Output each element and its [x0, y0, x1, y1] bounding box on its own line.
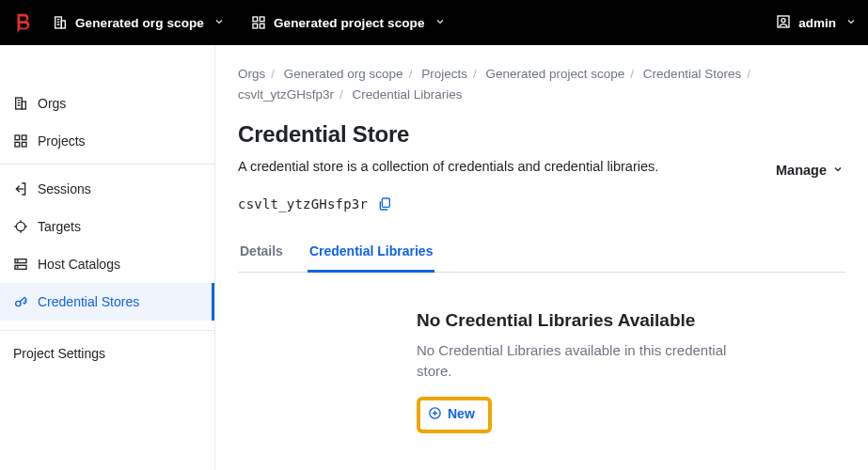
sidebar-item-credential-stores[interactable]: Credential Stores	[0, 283, 214, 321]
grid-icon	[13, 133, 28, 149]
breadcrumb-link[interactable]: Generated project scope	[485, 67, 624, 81]
breadcrumb-link[interactable]: csvlt_ytzGHsfp3r	[238, 87, 334, 102]
sidebar-item-sessions[interactable]: Sessions	[0, 170, 214, 208]
empty-state-body: No Credential Libraries available in thi…	[417, 340, 727, 382]
app-shell: Orgs Projects Sessions Targets	[0, 45, 868, 470]
svg-point-17	[17, 260, 18, 261]
breadcrumb-link[interactable]: Projects	[421, 67, 467, 81]
new-button[interactable]: New	[428, 406, 475, 421]
svg-rect-1	[61, 21, 65, 28]
tabs: Details Credential Libraries	[238, 234, 845, 273]
breadcrumb-link[interactable]: Generated org scope	[284, 67, 403, 81]
copy-icon[interactable]	[377, 196, 392, 212]
top-bar: Generated org scope Generated project sc…	[0, 0, 868, 45]
manage-button[interactable]: Manage	[774, 157, 845, 183]
sidebar-item-label: Orgs	[38, 96, 66, 111]
new-button-label: New	[448, 406, 475, 421]
sidebar-item-orgs[interactable]: Orgs	[0, 85, 214, 122]
breadcrumb: Orgs/ Generated org scope/ Projects/ Gen…	[238, 64, 845, 104]
org-scope-label: Generated org scope	[75, 16, 204, 30]
breadcrumb-link[interactable]: Orgs	[238, 67, 265, 81]
chevron-down-icon	[832, 163, 844, 178]
svg-rect-4	[253, 24, 258, 28]
svg-rect-10	[15, 135, 20, 140]
manage-label: Manage	[776, 163, 827, 178]
user-menu[interactable]: admin	[776, 14, 857, 32]
new-button-highlight: New	[417, 397, 492, 434]
svg-rect-9	[22, 102, 25, 109]
org-scope-picker[interactable]: Generated org scope	[45, 9, 232, 36]
main-content: Orgs/ Generated org scope/ Projects/ Gen…	[215, 45, 868, 470]
page-title: Credential Store	[238, 121, 845, 148]
sidebar-item-host-catalogs[interactable]: Host Catalogs	[0, 245, 214, 283]
svg-rect-3	[260, 17, 264, 22]
sidebar-item-label: Projects	[38, 133, 86, 149]
plus-circle-icon	[428, 406, 442, 420]
sidebar-item-targets[interactable]: Targets	[0, 208, 214, 245]
svg-rect-11	[22, 135, 26, 140]
breadcrumb-link[interactable]: Credential Stores	[643, 67, 741, 81]
grid-icon	[251, 15, 266, 30]
resource-id: csvlt_ytzGHsfp3r	[238, 196, 368, 212]
chevron-down-icon	[213, 16, 225, 30]
user-icon	[776, 14, 791, 32]
svg-point-14	[16, 222, 24, 230]
server-icon	[13, 257, 28, 272]
tab-credential-libraries[interactable]: Credential Libraries	[308, 234, 435, 273]
org-icon	[53, 15, 68, 30]
exit-icon	[13, 181, 28, 196]
sidebar-item-projects[interactable]: Projects	[0, 122, 214, 160]
key-icon	[13, 294, 28, 309]
project-scope-picker[interactable]: Generated project scope	[244, 9, 453, 36]
empty-state-heading: No Credential Libraries Available	[417, 310, 765, 331]
svg-rect-20	[382, 198, 389, 207]
brand-logo[interactable]	[11, 11, 34, 34]
resource-id-row: csvlt_ytzGHsfp3r	[238, 196, 845, 212]
project-scope-label: Generated project scope	[274, 16, 425, 30]
breadcrumb-current: Credential Libraries	[353, 87, 463, 102]
svg-rect-5	[260, 24, 264, 28]
user-label: admin	[798, 16, 836, 30]
svg-rect-13	[22, 142, 26, 147]
svg-point-19	[16, 301, 21, 306]
sidebar-item-project-settings[interactable]: Project Settings	[0, 330, 214, 376]
svg-point-7	[781, 18, 785, 22]
sidebar: Orgs Projects Sessions Targets	[0, 45, 215, 470]
org-icon	[13, 96, 28, 111]
sidebar-item-label: Sessions	[38, 181, 91, 196]
chevron-down-icon	[845, 16, 857, 30]
sidebar-item-label: Host Catalogs	[38, 257, 120, 272]
empty-state: No Credential Libraries Available No Cre…	[238, 273, 765, 433]
svg-rect-12	[15, 142, 20, 147]
chevron-down-icon	[434, 16, 446, 30]
svg-rect-2	[253, 17, 258, 22]
page-subtitle: A credential store is a collection of cr…	[238, 157, 658, 178]
sidebar-item-label: Targets	[38, 219, 81, 234]
crosshair-icon	[13, 219, 28, 234]
tab-details[interactable]: Details	[238, 234, 285, 273]
sidebar-item-label: Project Settings	[13, 346, 105, 361]
svg-point-18	[17, 267, 18, 268]
sidebar-item-label: Credential Stores	[38, 294, 139, 309]
